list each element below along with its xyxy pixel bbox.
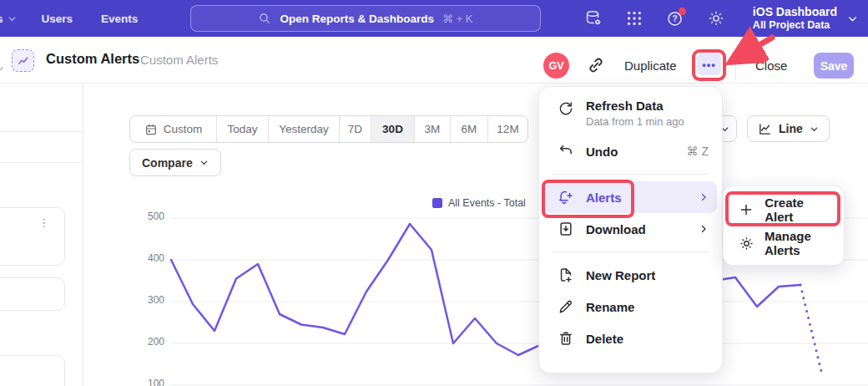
- compare-label: Compare: [142, 156, 193, 170]
- menu-item-label: Alerts: [586, 190, 622, 205]
- date-range-custom[interactable]: Custom: [130, 116, 216, 142]
- chevron-down-icon: [847, 13, 858, 24]
- search-icon: [258, 12, 271, 25]
- title-bar: Custom Alerts Custom Alerts GV Duplicate…: [0, 37, 868, 84]
- menu-item-subtitle: Data from 1 min ago: [586, 115, 684, 128]
- report-icon[interactable]: [12, 49, 34, 72]
- menu-item-label: Delete: [586, 332, 623, 346]
- data-icon[interactable]: [584, 9, 603, 28]
- nav-item-events[interactable]: Events: [101, 13, 138, 25]
- duplicate-button[interactable]: Duplicate: [624, 58, 677, 73]
- pencil-icon: [558, 298, 574, 315]
- undo-icon: [558, 143, 574, 160]
- sidebar-card[interactable]: [0, 355, 65, 386]
- project-title: iOS Dashboard: [753, 5, 837, 19]
- menu-item-alerts[interactable]: Alerts: [544, 181, 717, 213]
- menu-item-refresh-data[interactable]: Refresh Data Data from 1 min ago: [539, 94, 722, 135]
- bell-plus-icon: [558, 189, 574, 206]
- sidebar-card[interactable]: [0, 277, 65, 311]
- close-button[interactable]: Close: [755, 58, 787, 73]
- menu-item-label: Rename: [586, 300, 634, 314]
- breadcrumb: Custom Alerts: [140, 53, 218, 67]
- apps-grid-icon[interactable]: [625, 9, 643, 28]
- chart-type-button[interactable]: Line: [747, 115, 830, 142]
- submenu-item-manage-alerts[interactable]: Manage Alerts: [724, 226, 844, 260]
- menu-item-label: Undo: [586, 145, 618, 159]
- y-axis-tick: 100: [139, 378, 164, 386]
- menu-item-undo[interactable]: Undo ⌘ Z: [539, 135, 722, 167]
- avatar[interactable]: GV: [543, 53, 569, 79]
- save-button[interactable]: Save: [814, 53, 854, 79]
- trash-icon: [558, 330, 574, 347]
- date-range-label: Custom: [164, 123, 203, 135]
- chevron-down-icon: [199, 158, 209, 167]
- link-icon: [587, 56, 605, 74]
- top-nav: s Users Events Open Reports & Dashboards…: [0, 0, 868, 37]
- nav-item-users[interactable]: Users: [42, 13, 73, 25]
- alerts-submenu: Create Alert Manage Alerts: [723, 185, 845, 266]
- toolbar-divider: [735, 52, 736, 79]
- more-options-button[interactable]: •••: [697, 53, 721, 75]
- help-icon[interactable]: ?: [666, 9, 684, 28]
- refresh-icon: [558, 100, 574, 117]
- nav-item-partial-label: s: [0, 13, 3, 25]
- settings-gear-icon[interactable]: [707, 9, 725, 28]
- menu-item-new-report[interactable]: New Report: [539, 259, 722, 291]
- download-icon: [558, 221, 574, 237]
- date-range-30d-selected[interactable]: 30D: [371, 116, 414, 142]
- compare-button[interactable]: Compare: [129, 149, 221, 176]
- menu-item-label: Download: [586, 222, 646, 236]
- date-range-yesterday[interactable]: Yesterday: [268, 116, 339, 142]
- menu-item-delete[interactable]: Delete: [539, 323, 722, 354]
- chevron-right-icon: [699, 224, 709, 234]
- chevron-right-icon: [699, 192, 709, 202]
- line-chart-icon: [758, 122, 772, 136]
- date-range-3m[interactable]: 3M: [414, 116, 450, 142]
- submenu-item-label: Create Alert: [765, 196, 832, 224]
- cut-off-chevron-icon: [0, 63, 5, 74]
- menu-item-rename[interactable]: Rename: [539, 291, 722, 323]
- search-input[interactable]: Open Reports & Dashboards ⌘ + K: [190, 5, 541, 32]
- copy-link-button[interactable]: [587, 56, 605, 74]
- chart-type-label: Line: [779, 122, 803, 135]
- chevron-down-icon: [810, 124, 819, 134]
- legend-swatch: [432, 198, 442, 208]
- calendar-icon: [144, 123, 158, 136]
- sidebar-divider: [0, 162, 83, 163]
- new-report-icon: [558, 267, 574, 283]
- y-axis-tick: 200: [139, 336, 164, 348]
- notification-dot: [679, 8, 686, 15]
- sidebar-card[interactable]: ⋮: [0, 207, 65, 266]
- submenu-item-create-alert[interactable]: Create Alert: [724, 193, 844, 226]
- search-shortcut: ⌘ + K: [442, 13, 473, 25]
- menu-item-label: New Report: [586, 268, 655, 282]
- svg-text:?: ?: [672, 14, 677, 23]
- date-range-7d[interactable]: 7D: [339, 116, 371, 142]
- gear-icon: [739, 236, 754, 251]
- sidebar-divider: [0, 131, 83, 132]
- menu-item-download[interactable]: Download: [539, 213, 722, 245]
- submenu-item-label: Manage Alerts: [765, 229, 832, 257]
- date-range-6m[interactable]: 6M: [450, 116, 487, 142]
- y-axis-tick: 300: [139, 294, 164, 306]
- chart-line-dotted: [800, 285, 822, 375]
- menu-divider: [553, 251, 709, 252]
- plus-icon: [739, 202, 754, 217]
- left-sidebar: ⋮: [0, 84, 83, 386]
- date-range-today[interactable]: Today: [216, 116, 268, 142]
- menu-divider: [553, 174, 709, 175]
- context-menu: Refresh Data Data from 1 min ago Undo ⌘ …: [538, 86, 723, 373]
- project-switcher[interactable]: iOS Dashboard All Project Data: [753, 5, 858, 32]
- legend-label: All Events - Total: [448, 197, 526, 209]
- menu-item-label: Refresh Data: [586, 99, 684, 113]
- menu-shortcut: ⌘ Z: [687, 145, 709, 158]
- search-placeholder: Open Reports & Dashboards: [280, 13, 434, 25]
- chart-legend: All Events - Total: [432, 197, 526, 209]
- nav-item-partial[interactable]: s: [0, 13, 17, 25]
- date-range-12m[interactable]: 12M: [487, 116, 527, 142]
- overflow-menu-icon[interactable]: ⋮: [38, 216, 49, 229]
- date-range-picker: Custom Today Yesterday 7D 30D 3M 6M 12M: [129, 115, 528, 143]
- page-title: Custom Alerts: [46, 51, 139, 67]
- chevron-down-icon: [8, 14, 17, 23]
- y-axis-tick: 500: [139, 211, 164, 222]
